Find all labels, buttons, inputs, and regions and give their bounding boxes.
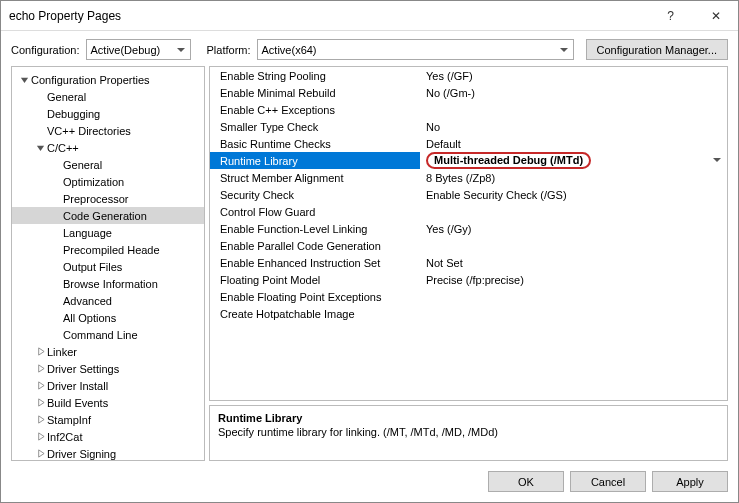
- tree-indent: [50, 261, 62, 273]
- tree-item[interactable]: VC++ Directories: [12, 122, 204, 139]
- tree-item[interactable]: Output Files: [12, 258, 204, 275]
- property-value: Precise (/fp:precise): [420, 274, 727, 286]
- property-pages-dialog: echo Property Pages ? ✕ Configuration: A…: [0, 0, 739, 503]
- close-icon[interactable]: ✕: [693, 1, 738, 31]
- tree-item[interactable]: Language: [12, 224, 204, 241]
- property-value: Default: [420, 138, 727, 150]
- chevron-down-icon[interactable]: [18, 74, 30, 86]
- tree-indent: [50, 193, 62, 205]
- tree-item-label: Browse Information: [63, 278, 158, 290]
- property-name: Enable Function-Level Linking: [210, 223, 420, 235]
- tree-item[interactable]: Preprocessor: [12, 190, 204, 207]
- property-row[interactable]: Enable Floating Point Exceptions: [210, 288, 727, 305]
- tree-item[interactable]: Driver Settings: [12, 360, 204, 377]
- tree-item[interactable]: Inf2Cat: [12, 428, 204, 445]
- tree-item[interactable]: Precompiled Heade: [12, 241, 204, 258]
- property-name: Basic Runtime Checks: [210, 138, 420, 150]
- property-row[interactable]: Basic Runtime ChecksDefault: [210, 135, 727, 152]
- tree-item[interactable]: Browse Information: [12, 275, 204, 292]
- help-icon[interactable]: ?: [648, 1, 693, 31]
- tree-item[interactable]: Driver Signing: [12, 445, 204, 461]
- property-row[interactable]: Smaller Type CheckNo: [210, 118, 727, 135]
- tree-item-label: C/C++: [47, 142, 79, 154]
- property-name: Enable Floating Point Exceptions: [210, 291, 420, 303]
- tree-item-label: Driver Install: [47, 380, 108, 392]
- chevron-right-icon[interactable]: [34, 363, 46, 375]
- tree-item[interactable]: Optimization: [12, 173, 204, 190]
- tree-item-label: Output Files: [63, 261, 122, 273]
- tree-item[interactable]: Command Line: [12, 326, 204, 343]
- property-row[interactable]: Enable Function-Level LinkingYes (/Gy): [210, 220, 727, 237]
- tree-item-label: Language: [63, 227, 112, 239]
- property-row[interactable]: Enable Enhanced Instruction SetNot Set: [210, 254, 727, 271]
- property-value[interactable]: Multi-threaded Debug (/MTd): [420, 152, 727, 169]
- tree-item[interactable]: Driver Install: [12, 377, 204, 394]
- property-grid[interactable]: Enable String PoolingYes (/GF)Enable Min…: [209, 66, 728, 401]
- tree-item[interactable]: StampInf: [12, 411, 204, 428]
- tree-item-label: Preprocessor: [63, 193, 128, 205]
- property-name: Control Flow Guard: [210, 206, 420, 218]
- chevron-down-icon[interactable]: [34, 142, 46, 154]
- tree-pane[interactable]: Configuration PropertiesGeneralDebugging…: [11, 66, 205, 461]
- property-row[interactable]: Enable Parallel Code Generation: [210, 237, 727, 254]
- tree-item[interactable]: Advanced: [12, 292, 204, 309]
- chevron-right-icon[interactable]: [34, 414, 46, 426]
- tree-item-label: Linker: [47, 346, 77, 358]
- tree-indent: [50, 329, 62, 341]
- property-value: 8 Bytes (/Zp8): [420, 172, 727, 184]
- tree-item[interactable]: Linker: [12, 343, 204, 360]
- property-row[interactable]: Enable String PoolingYes (/GF): [210, 67, 727, 84]
- platform-value: Active(x64): [262, 44, 317, 56]
- tree-indent: [50, 176, 62, 188]
- property-value: Not Set: [420, 257, 727, 269]
- property-name: Enable Parallel Code Generation: [210, 240, 420, 252]
- titlebar: echo Property Pages ? ✕: [1, 1, 738, 31]
- tree-item[interactable]: Debugging: [12, 105, 204, 122]
- configuration-value: Active(Debug): [91, 44, 161, 56]
- property-row[interactable]: Control Flow Guard: [210, 203, 727, 220]
- tree-item-label: Debugging: [47, 108, 100, 120]
- property-row[interactable]: Create Hotpatchable Image: [210, 305, 727, 322]
- tree-item-label: All Options: [63, 312, 116, 324]
- configuration-label: Configuration:: [11, 44, 80, 56]
- tree-indent: [50, 227, 62, 239]
- property-row[interactable]: Enable C++ Exceptions: [210, 101, 727, 118]
- property-row[interactable]: Enable Minimal RebuildNo (/Gm-): [210, 84, 727, 101]
- property-name: Enable String Pooling: [210, 70, 420, 82]
- platform-dropdown[interactable]: Active(x64): [257, 39, 574, 60]
- description-title: Runtime Library: [218, 412, 719, 424]
- property-row[interactable]: Runtime LibraryMulti-threaded Debug (/MT…: [210, 152, 727, 169]
- tree-item-label: General: [47, 91, 86, 103]
- property-value: No: [420, 121, 727, 133]
- cancel-button[interactable]: Cancel: [570, 471, 646, 492]
- tree-item[interactable]: General: [12, 156, 204, 173]
- chevron-right-icon[interactable]: [34, 397, 46, 409]
- dialog-buttons: OK Cancel Apply: [1, 467, 738, 502]
- tree-item-label: Inf2Cat: [47, 431, 82, 443]
- property-row[interactable]: Security CheckEnable Security Check (/GS…: [210, 186, 727, 203]
- tree-item[interactable]: General: [12, 88, 204, 105]
- property-row[interactable]: Floating Point ModelPrecise (/fp:precise…: [210, 271, 727, 288]
- tree-indent: [50, 295, 62, 307]
- tree-item-label: Configuration Properties: [31, 74, 150, 86]
- apply-button[interactable]: Apply: [652, 471, 728, 492]
- tree-indent: [50, 312, 62, 324]
- property-row[interactable]: Struct Member Alignment8 Bytes (/Zp8): [210, 169, 727, 186]
- tree-item[interactable]: C/C++: [12, 139, 204, 156]
- configuration-manager-button[interactable]: Configuration Manager...: [586, 39, 728, 60]
- tree-item-label: Build Events: [47, 397, 108, 409]
- chevron-right-icon[interactable]: [34, 431, 46, 443]
- chevron-right-icon[interactable]: [34, 346, 46, 358]
- config-row: Configuration: Active(Debug) Platform: A…: [1, 31, 738, 66]
- configuration-dropdown[interactable]: Active(Debug): [86, 39, 191, 60]
- ok-button[interactable]: OK: [488, 471, 564, 492]
- tree-item[interactable]: All Options: [12, 309, 204, 326]
- tree-item[interactable]: Configuration Properties: [12, 71, 204, 88]
- tree-item[interactable]: Code Generation: [12, 207, 204, 224]
- property-value: No (/Gm-): [420, 87, 727, 99]
- property-name: Struct Member Alignment: [210, 172, 420, 184]
- chevron-right-icon[interactable]: [34, 448, 46, 460]
- tree-item[interactable]: Build Events: [12, 394, 204, 411]
- window-title: echo Property Pages: [9, 9, 648, 23]
- chevron-right-icon[interactable]: [34, 380, 46, 392]
